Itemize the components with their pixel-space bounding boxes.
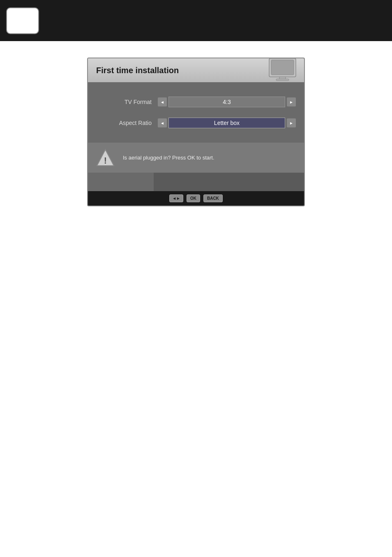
tv-icon [267,58,298,81]
aspect-ratio-next-button[interactable]: ► [287,118,296,127]
top-bar [0,0,392,41]
dialog-bottom-bar: ◄► OK BACK [88,191,304,206]
tv-format-label: TV Format [96,99,158,105]
tv-format-value: 4:3 [168,97,285,107]
aspect-ratio-row: Aspect Ratio ◄ Letter box ► [88,113,304,132]
tv-format-row: TV Format ◄ 4:3 ► [88,92,304,111]
title-bar-inner: First time installation [88,58,256,82]
ok-button[interactable]: OK [187,194,200,202]
back-button[interactable]: BACK [203,194,223,202]
tv-format-next-button[interactable]: ► [287,97,296,106]
logo [6,7,39,34]
aspect-ratio-label: Aspect Ratio [96,120,158,126]
warning-area: ! Is aerial plugged in? Press OK to star… [88,143,304,173]
warning-icon: ! [96,148,115,167]
empty-left [88,173,154,191]
dialog-title: First time installation [96,66,179,75]
svg-rect-1 [271,60,294,75]
tv-icon-container [267,58,298,83]
tv-format-control: ◄ 4:3 ► [158,97,296,107]
main-content: First time installation TV Format [0,41,392,223]
installation-dialog: First time installation TV Format [87,58,305,206]
empty-row [88,173,304,191]
warning-text: Is aerial plugged in? Press OK to start. [123,155,214,161]
settings-area: TV Format ◄ 4:3 ► Aspect Ratio ◄ Letter … [88,82,304,143]
empty-right [154,173,304,191]
tv-format-prev-button[interactable]: ◄ [158,97,167,106]
svg-rect-3 [276,79,289,81]
aspect-ratio-prev-button[interactable]: ◄ [158,118,167,127]
aspect-ratio-control: ◄ Letter box ► [158,118,296,128]
dialog-title-bar: First time installation [88,58,304,82]
navigate-button[interactable]: ◄► [169,194,183,202]
aspect-ratio-value: Letter box [168,118,285,128]
svg-text:!: ! [104,155,107,166]
